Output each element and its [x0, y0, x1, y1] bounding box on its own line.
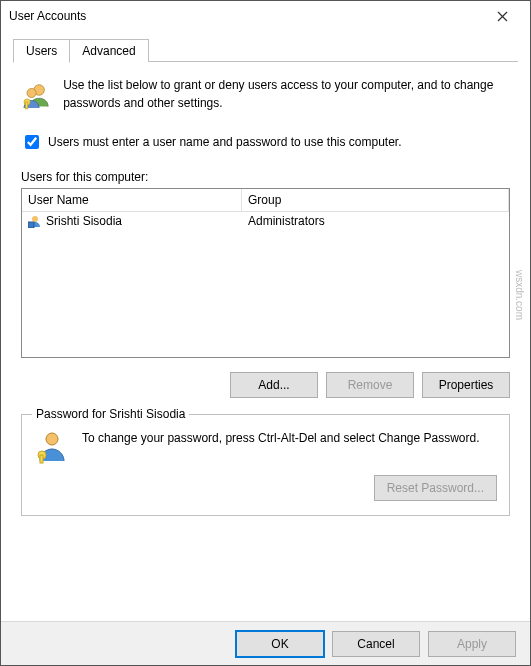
require-password-checkbox-row[interactable]: Users must enter a user name and passwor… — [21, 132, 510, 152]
dialog-footer: OK Cancel Apply — [1, 621, 530, 665]
cancel-button[interactable]: Cancel — [332, 631, 420, 657]
users-list-label: Users for this computer: — [21, 170, 510, 184]
close-button[interactable] — [482, 2, 522, 30]
cell-group: Administrators — [248, 214, 503, 228]
add-button[interactable]: Add... — [230, 372, 318, 398]
svg-rect-7 — [28, 222, 34, 228]
password-fieldset: Password for Srishti Sisodia To change y… — [21, 414, 510, 516]
svg-rect-10 — [40, 455, 43, 463]
intro-row: Use the list below to grant or deny user… — [21, 76, 510, 116]
password-legend: Password for Srishti Sisodia — [32, 407, 189, 421]
user-accounts-dialog: User Accounts Users Advanced Use the lis… — [0, 0, 531, 666]
col-group[interactable]: Group — [242, 189, 509, 211]
tab-users[interactable]: Users — [13, 39, 70, 63]
tab-advanced[interactable]: Advanced — [69, 39, 148, 62]
password-text: To change your password, press Ctrl-Alt-… — [82, 429, 480, 465]
user-icon — [28, 214, 42, 228]
watermark: wsxdn.com — [514, 270, 525, 320]
intro-text: Use the list below to grant or deny user… — [63, 76, 510, 116]
svg-point-8 — [46, 433, 58, 445]
remove-button[interactable]: Remove — [326, 372, 414, 398]
ok-button[interactable]: OK — [236, 631, 324, 657]
require-password-label: Users must enter a user name and passwor… — [48, 135, 402, 149]
svg-point-3 — [27, 88, 36, 97]
tab-content: Use the list below to grant or deny user… — [1, 62, 530, 621]
table-row[interactable]: Srishti Sisodia Administrators — [22, 212, 509, 230]
col-username[interactable]: User Name — [22, 189, 242, 211]
column-headers: User Name Group — [22, 189, 509, 212]
svg-point-6 — [32, 216, 38, 222]
titlebar: User Accounts — [1, 1, 530, 31]
reset-password-button[interactable]: Reset Password... — [374, 475, 497, 501]
key-user-icon — [34, 429, 70, 465]
users-list[interactable]: User Name Group Srishti Sisodia Administ… — [21, 188, 510, 358]
svg-rect-5 — [26, 102, 28, 109]
require-password-checkbox[interactable] — [25, 135, 39, 149]
users-icon — [21, 76, 51, 116]
list-button-row: Add... Remove Properties — [21, 372, 510, 398]
cell-username: Srishti Sisodia — [46, 214, 122, 228]
close-icon — [497, 11, 508, 22]
window-title: User Accounts — [9, 9, 86, 23]
tab-strip: Users Advanced — [1, 31, 530, 62]
apply-button[interactable]: Apply — [428, 631, 516, 657]
properties-button[interactable]: Properties — [422, 372, 510, 398]
